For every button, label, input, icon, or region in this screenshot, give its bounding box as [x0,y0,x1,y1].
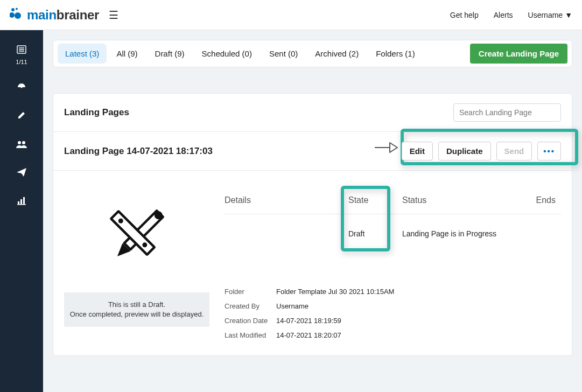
state-head-label: State [348,195,368,205]
chart-icon [17,197,26,208]
users-icon [16,139,27,151]
item-actions: Edit Duplicate Send ••• [402,142,561,160]
hamburger-icon[interactable]: ☰ [109,9,118,22]
svg-point-1 [16,8,18,10]
svg-point-2 [10,12,15,18]
username-label: Username [528,11,563,19]
sidebar-item-analytics[interactable] [17,197,26,208]
draft-message-line2: Once completed, preview will be displaye… [69,310,204,319]
pencil-icon [17,111,26,122]
content-card: Landing Pages Landing Page 14-07-2021 18… [53,93,572,356]
logo-dots-icon [10,8,23,23]
tab-scheduled[interactable]: Scheduled (0) [194,44,260,64]
svg-point-3 [15,12,21,19]
meta-creation-date-val: 14-07-2021 18:19:59 [276,317,341,325]
sidebar-item-edit[interactable] [17,111,26,122]
sidebar: 1/11 [0,30,43,392]
details-header-row: Details State Status Ends [225,195,561,214]
svg-point-0 [11,8,15,11]
meta-row-folder: Folder Folder Template Jul 30 2021 10:15… [225,284,561,299]
status-head: Status [402,195,510,205]
tab-latest[interactable]: Latest (3) [58,44,107,64]
logo-text-main: main [27,8,57,23]
meta-section: Folder Folder Template Jul 30 2021 10:15… [225,284,561,342]
topbar-right: Get help Alerts Username ▼ [450,11,572,19]
svg-rect-13 [23,197,25,205]
tab-folders[interactable]: Folders (1) [368,44,423,64]
meta-row-last-modified: Last Modified 14-07-2021 18:20:07 [225,328,561,342]
ends-head: Ends [536,195,561,205]
dashboard-icon [17,82,26,94]
draft-icon [96,197,177,279]
meta-last-modified-label: Last Modified [225,331,276,339]
item-body: This is still a Draft. Once completed, p… [53,170,572,355]
meta-folder-label: Folder [225,288,276,296]
search-wrap [453,103,561,122]
item-header: Landing Page 14-07-2021 18:17:03 Edit Du… [53,131,572,170]
caret-down-icon: ▼ [565,11,572,19]
content-header: Landing Pages [53,94,572,131]
send-button[interactable]: Send [496,142,532,160]
state-val: Draft [348,229,391,238]
get-help-link[interactable]: Get help [450,11,479,19]
sidebar-item-step[interactable]: 1/11 [16,45,27,65]
draft-message: This is still a Draft. Once completed, p… [64,292,209,327]
page-title: Landing Pages [64,107,129,118]
logo[interactable]: mainbrainer [10,8,99,23]
meta-creation-date-label: Creation Date [225,317,276,325]
annotation-arrow-icon [374,139,398,158]
meta-row-creation-date: Creation Date 14-07-2021 18:19:59 [225,313,561,328]
meta-row-created-by: Created By Username [225,299,561,313]
sidebar-step-label: 1/11 [16,59,27,65]
svg-point-8 [21,87,23,88]
main-area: Latest (3) All (9) Draft (9) Scheduled (… [43,30,582,392]
alerts-link[interactable]: Alerts [494,11,513,19]
details-head: Details [225,195,348,205]
meta-folder-val: Folder Template Jul 30 2021 10:15AM [276,288,394,296]
svg-rect-14 [17,204,26,205]
send-icon [17,168,26,179]
item-title: Landing Page 14-07-2021 18:17:03 [64,146,213,157]
meta-last-modified-val: 14-07-2021 18:20:07 [276,331,341,339]
meta-created-by-label: Created By [225,302,276,310]
tab-all[interactable]: All (9) [109,44,145,64]
svg-rect-12 [20,199,22,205]
svg-point-10 [22,141,25,144]
status-val: Landing Page is in Progress [402,229,521,238]
preview-column: This is still a Draft. Once completed, p… [64,171,209,327]
tab-sent[interactable]: Sent (0) [262,44,305,64]
svg-point-9 [18,141,21,144]
tabs-card: Latest (3) All (9) Draft (9) Scheduled (… [53,40,572,67]
details-val [225,229,348,238]
sidebar-item-users[interactable] [16,139,27,151]
duplicate-button[interactable]: Duplicate [438,142,491,160]
logo-text-brainer: brainer [57,8,99,23]
search-input[interactable] [453,103,561,122]
tab-archived[interactable]: Archived (2) [307,44,366,64]
draft-message-line1: This is still a Draft. [108,300,165,309]
sidebar-item-dashboard[interactable] [17,82,26,94]
edit-button[interactable]: Edit [402,142,433,160]
meta-created-by-val: Username [276,302,308,310]
topbar: mainbrainer ☰ Get help Alerts Username ▼ [0,0,582,30]
username-dropdown[interactable]: Username ▼ [528,11,572,19]
list-icon [17,45,26,57]
details-column: Details State Status Ends Draft Landing … [225,171,561,342]
state-head: State [348,195,391,205]
create-landing-page-button[interactable]: Create Landing Page [470,44,567,64]
more-button[interactable]: ••• [537,142,561,160]
details-value-row: Draft Landing Page is in Progress [225,214,561,238]
tab-draft[interactable]: Draft (9) [148,44,192,64]
sidebar-item-send[interactable] [17,168,26,179]
